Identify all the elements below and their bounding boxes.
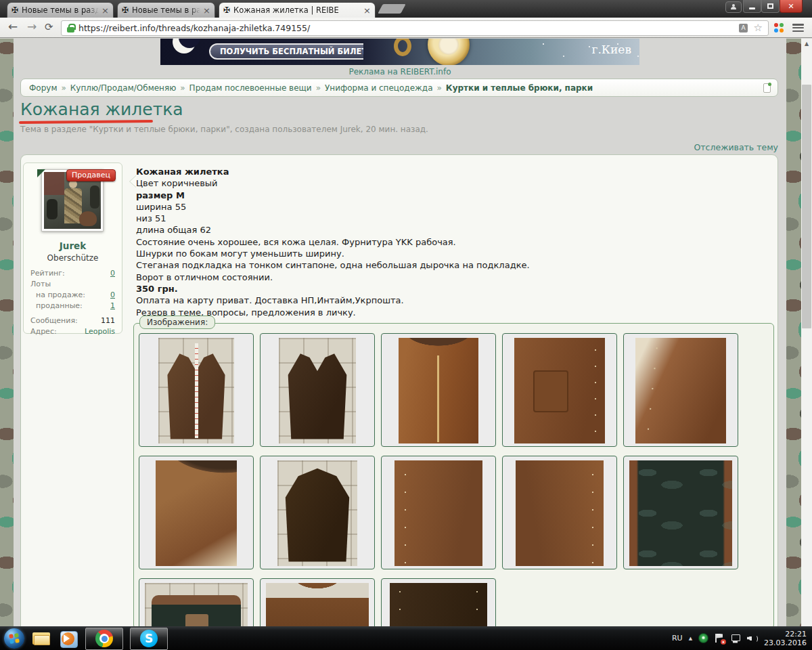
stat-rating: Рейтинг: 0 <box>30 268 115 279</box>
image-thumbnail-4[interactable] <box>502 333 617 447</box>
ad-banner[interactable]: ПОЛУЧИТЬ БЕСПЛАТНЫЙ БИЛЕТ г.Киев <box>160 39 639 65</box>
maximize-icon <box>767 3 773 9</box>
post-container: Продавец Jurek Oberschütze Рейтинг: 0 Ло… <box>20 154 778 628</box>
antivirus-tray-icon[interactable] <box>698 633 708 643</box>
skype-taskbar-button[interactable]: S <box>130 628 168 650</box>
tab-close-icon[interactable]: × <box>102 6 109 15</box>
address-value: Leopolis <box>85 326 115 337</box>
image-thumbnail-1[interactable] <box>139 333 254 447</box>
volume-tray-icon[interactable] <box>747 634 758 643</box>
post-line: Цвет коричневый <box>136 177 530 189</box>
action-center-flag-icon[interactable]: x <box>715 634 724 643</box>
on-sale-value-link[interactable]: 0 <box>110 290 115 301</box>
image-thumbnail-9[interactable] <box>502 456 617 569</box>
breadcrumb-forum[interactable]: Форум <box>29 83 57 93</box>
scrollbar-up-arrow[interactable]: ▲ <box>801 39 812 49</box>
image-thumbnail-6[interactable] <box>139 456 254 569</box>
reibert-favicon-icon: ✠ <box>12 6 18 14</box>
tray-expand-icon[interactable]: ▲ <box>689 636 692 641</box>
rating-value-link[interactable]: 0 <box>110 268 115 279</box>
browser-tab-active[interactable]: ✠ Кожаная жилетка | REIBE × <box>219 2 376 18</box>
alert-badge: x <box>721 639 726 645</box>
thread-subtitle: Тема в разделе "Куртки и теплые брюки, п… <box>20 125 428 134</box>
user-rank: Oberschütze <box>24 253 122 263</box>
breadcrumb-postwar-items[interactable]: Продам послевоенные вещи <box>189 83 312 93</box>
browser-tab-2[interactable]: ✠ Новые темы в разделе п × <box>117 2 215 18</box>
avatar-area: Продавец <box>24 163 122 235</box>
chrome-menu-icon[interactable] <box>792 24 804 32</box>
thread-title: Кожаная жилетка <box>20 100 183 119</box>
watch-thread-link[interactable]: Отслеживать тему <box>694 142 778 152</box>
reload-button[interactable]: ⟳ <box>45 21 53 33</box>
address-bar[interactable]: https://reibert.info/threads/kozhanaja-z… <box>61 20 769 36</box>
image-thumbnail-13[interactable] <box>381 578 496 628</box>
window-close-button[interactable]: ✕ <box>780 0 803 13</box>
post-price-line: 350 грн. <box>136 283 530 295</box>
breadcrumb-separator: » <box>437 83 442 93</box>
post-body: Кожаная жилетка Цвет коричневый размер М… <box>136 166 530 318</box>
stat-address: Адрес: Leopolis <box>30 326 115 337</box>
post-line: Шнурки по бокам могут уменьшить ширину. <box>136 248 530 259</box>
post-line: Ворот в отличном состоянии. <box>136 272 530 283</box>
breadcrumb-buy-sell[interactable]: Куплю/Продам/Обменяю <box>70 83 176 93</box>
media-player-icon[interactable] <box>58 628 78 649</box>
image-thumbnail-12[interactable] <box>260 578 375 628</box>
image-thumbnail-3[interactable] <box>381 333 496 447</box>
browser-profile-button[interactable] <box>725 1 742 13</box>
url-text[interactable]: https://reibert.info/threads/kozhanaja-z… <box>78 23 310 33</box>
tab-close-icon[interactable]: × <box>203 6 210 15</box>
corner-fold-icon <box>37 169 45 177</box>
page-scrollbar[interactable]: ▲ <box>801 39 812 626</box>
breadcrumb-current-section[interactable]: Куртки и теплые брюки, парки <box>446 83 593 93</box>
seller-badge: Продавец <box>66 169 116 181</box>
image-thumbnail-10[interactable] <box>623 456 738 569</box>
start-button[interactable] <box>4 628 24 649</box>
back-button[interactable]: ← <box>8 20 18 33</box>
tab-close-icon[interactable]: × <box>363 6 371 15</box>
breadcrumb-separator: » <box>316 83 321 93</box>
image-thumbnail-5[interactable] <box>623 333 738 447</box>
post-line: Оплата на карту приват. Доставка НП,Инта… <box>136 295 530 306</box>
close-icon: ✕ <box>788 3 794 10</box>
browser-tab-strip: ✠ Новые темы в разделе п × ✠ Новые темы … <box>0 0 812 18</box>
https-lock-icon[interactable] <box>67 24 74 32</box>
breadcrumb-uniform[interactable]: Униформа и спецодежда <box>325 83 433 93</box>
forward-button[interactable]: → <box>27 20 37 33</box>
breadcrumb-separator: » <box>180 83 185 93</box>
network-tray-icon[interactable] <box>730 634 741 643</box>
scrollbar-thumb[interactable] <box>802 85 811 328</box>
window-maximize-button[interactable] <box>761 0 780 13</box>
forum-page: ПОЛУЧИТЬ БЕСПЛАТНЫЙ БИЛЕТ г.Киев Реклама… <box>0 39 812 626</box>
tab-title: Новые темы в разделе п <box>22 5 99 15</box>
username-link[interactable]: Jurek <box>24 240 122 251</box>
breadcrumb: Форум » Куплю/Продам/Обменяю » Продам по… <box>20 79 778 97</box>
browser-toolbar: ← → ⟳ https://reibert.info/threads/kozha… <box>0 18 812 38</box>
windows-logo-icon <box>9 633 20 644</box>
chrome-taskbar-button[interactable] <box>85 628 123 650</box>
image-thumbnail-8[interactable] <box>381 456 496 569</box>
window-minimize-button[interactable] <box>743 0 761 13</box>
unread-page-icon[interactable] <box>763 83 771 93</box>
author-stats: Рейтинг: 0 Лоты на продаже: 0 проданные:… <box>30 268 115 337</box>
advertise-link[interactable]: Реклама на REIBERT.info <box>160 67 639 77</box>
taskbar-clock[interactable]: 22:21 23.03.2016 <box>764 630 807 647</box>
new-tab-button[interactable] <box>378 4 405 14</box>
image-thumbnail-7[interactable] <box>260 456 375 569</box>
extension-icon[interactable] <box>774 23 784 32</box>
ad-ticket-button[interactable]: ПОЛУЧИТЬ БЕСПЛАТНЫЙ БИЛЕТ <box>209 43 378 60</box>
sold-value-link[interactable]: 1 <box>110 301 115 311</box>
language-indicator[interactable]: RU <box>672 634 683 643</box>
translate-icon[interactable]: A <box>739 24 748 32</box>
explorer-icon[interactable] <box>31 628 51 649</box>
ad-banner-left: ПОЛУЧИТЬ БЕСПЛАТНЫЙ БИЛЕТ <box>160 39 363 65</box>
ad-city-label: г.Киев <box>592 43 631 56</box>
breadcrumb-separator: » <box>61 83 66 93</box>
reibert-favicon-icon: ✠ <box>122 6 129 14</box>
image-thumbnail-2[interactable] <box>260 333 375 447</box>
image-thumbnail-11[interactable] <box>139 578 254 628</box>
browser-tab-1[interactable]: ✠ Новые темы в разделе п × <box>7 2 114 18</box>
bookmark-star-icon[interactable]: ☆ <box>754 22 763 34</box>
tab-title: Кожаная жилетка | REIBE <box>233 5 361 15</box>
ad-banner-middle <box>363 39 531 65</box>
skype-icon: S <box>140 630 158 647</box>
